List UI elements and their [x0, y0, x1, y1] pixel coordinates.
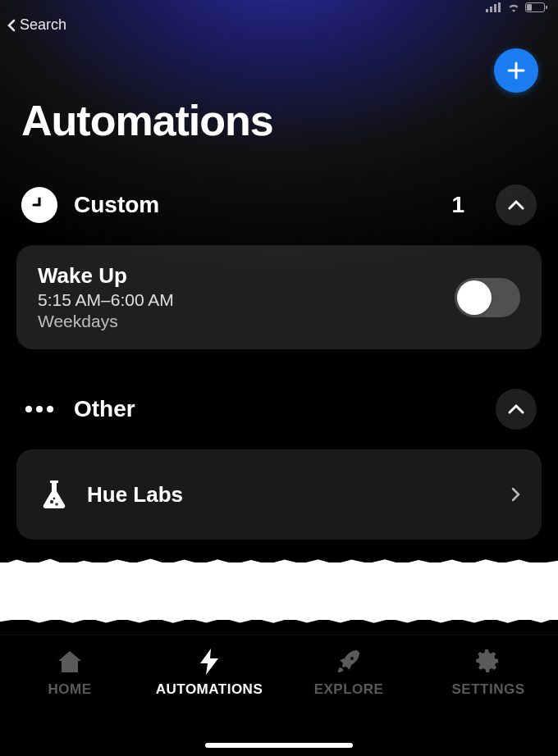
status-icons	[486, 2, 545, 12]
chevron-up-icon	[507, 403, 525, 415]
tab-automations[interactable]: AUTOMATIONS	[140, 649, 279, 756]
automation-days: Weekdays	[38, 312, 438, 331]
dots-icon	[21, 391, 57, 427]
automation-time: 5:15 AM–6:00 AM	[38, 290, 438, 310]
chevron-up-icon	[507, 199, 525, 211]
svg-point-6	[53, 498, 56, 500]
rocket-icon	[336, 649, 361, 675]
automation-title: Wake Up	[38, 263, 438, 289]
svg-point-3	[47, 406, 53, 412]
back-button[interactable]: Search	[0, 15, 73, 34]
svg-point-2	[36, 406, 43, 412]
add-button[interactable]	[494, 48, 538, 93]
tab-bar: HOME AUTOMATIONS EXPLORE SETTINGS	[0, 635, 558, 756]
section-label: Custom	[74, 192, 435, 218]
signal-icon	[486, 2, 502, 12]
collapse-button-custom[interactable]	[496, 184, 537, 225]
back-label: Search	[20, 16, 66, 34]
tab-settings[interactable]: SETTINGS	[418, 649, 558, 756]
tab-label: SETTINGS	[451, 681, 524, 698]
automation-card[interactable]: Wake Up 5:15 AM–6:00 AM Weekdays	[16, 245, 542, 349]
collapse-button-other[interactable]	[496, 389, 537, 430]
section-label: Other	[74, 396, 479, 422]
tab-home[interactable]: HOME	[0, 649, 140, 756]
svg-point-5	[55, 503, 58, 506]
clock-icon	[21, 187, 57, 223]
battery-icon	[525, 2, 545, 12]
flask-icon	[38, 479, 71, 510]
torn-edge-divider	[0, 562, 558, 620]
section-count: 1	[451, 192, 464, 218]
svg-point-4	[50, 500, 53, 503]
automation-toggle[interactable]	[455, 278, 520, 317]
tab-label: HOME	[48, 681, 92, 698]
home-indicator[interactable]	[205, 743, 353, 748]
section-header-custom[interactable]: Custom 1	[16, 184, 542, 225]
status-bar	[0, 0, 558, 15]
home-icon	[57, 649, 83, 675]
page-title: Automations	[21, 96, 538, 145]
svg-point-1	[25, 406, 32, 412]
tab-label: EXPLORE	[314, 681, 384, 698]
wifi-icon	[507, 2, 520, 12]
hue-labs-card[interactable]: Hue Labs	[16, 449, 542, 540]
chevron-left-icon	[7, 19, 16, 32]
plus-icon	[505, 60, 527, 81]
tab-explore[interactable]: EXPLORE	[279, 649, 418, 756]
gear-icon	[476, 649, 501, 675]
chevron-right-icon	[510, 486, 520, 503]
hue-labs-title: Hue Labs	[87, 482, 494, 508]
tab-label: AUTOMATIONS	[156, 681, 263, 698]
bolt-icon	[200, 649, 218, 675]
section-header-other[interactable]: Other	[16, 389, 542, 430]
